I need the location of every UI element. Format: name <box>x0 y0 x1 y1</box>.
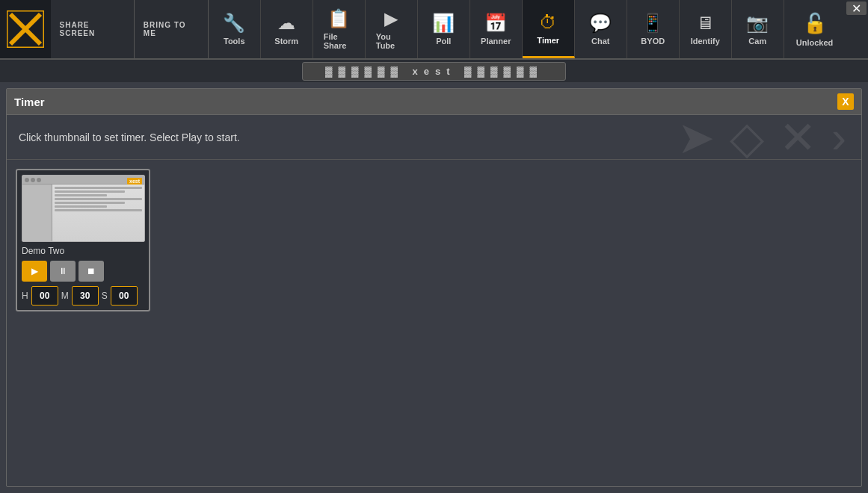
fake-line <box>55 209 142 211</box>
main-content: Timer X Click thumbnail to set timer. Se… <box>6 88 862 487</box>
play-button[interactable]: ▶ <box>22 261 47 282</box>
nav-item-chat[interactable]: 💬 Chat <box>575 0 627 58</box>
logo-icon <box>7 10 44 48</box>
byod-icon: 📱 <box>641 13 664 34</box>
fake-line <box>55 190 125 193</box>
timer-controls: ▶ ⏸ ⏹ <box>22 261 144 282</box>
thumbnail-xest-badge: xest <box>127 178 142 185</box>
fake-line <box>55 205 107 208</box>
fake-screen <box>22 176 144 241</box>
unlock-button[interactable]: 🔓 Unlocked <box>784 0 846 58</box>
timer-instruction-text: Click thumbnail to set timer. Select Pla… <box>19 131 240 143</box>
thumbnail-card-demo-two[interactable]: xest Demo Two ▶ ⏸ ⏹ H M S <box>16 169 150 311</box>
planner-icon: 📅 <box>484 13 507 34</box>
fake-screen-header <box>22 176 144 185</box>
seconds-input[interactable] <box>111 286 138 306</box>
minutes-input[interactable] <box>72 286 99 306</box>
bg-chevron-icon: › <box>831 111 846 164</box>
nav-item-byod[interactable]: 📱 BYOD <box>627 0 680 58</box>
youtube-icon: ▶ <box>384 8 398 29</box>
tools-icon: 🔧 <box>223 13 245 34</box>
xest-label: ▓▓▓▓▓▓ xest ▓▓▓▓▓▓ <box>302 62 566 81</box>
nav-item-fileshare[interactable]: 📋 File Share <box>313 0 366 58</box>
fileshare-icon: 📋 <box>327 8 350 29</box>
timer-instructions: Click thumbnail to set timer. Select Pla… <box>7 115 861 160</box>
window-close-button[interactable]: ✕ <box>846 1 867 15</box>
thumbnail-image: xest <box>22 175 145 242</box>
identify-icon: 🖥 <box>696 13 714 34</box>
nav-item-identify[interactable]: 🖥 Identify <box>680 0 732 58</box>
pause-button[interactable]: ⏸ <box>50 261 76 282</box>
fake-dot-2 <box>31 178 35 182</box>
fake-line <box>55 202 125 204</box>
xest-bar: ▓▓▓▓▓▓ xest ▓▓▓▓▓▓ <box>0 60 868 82</box>
nav-item-planner[interactable]: 📅 Planner <box>470 0 523 58</box>
timer-panel: Timer X Click thumbnail to set timer. Se… <box>6 88 862 487</box>
nav-item-poll[interactable]: 📊 Poll <box>418 0 470 58</box>
bg-x-icon: ✕ <box>779 111 816 164</box>
bg-decoration: ➤ ◇ ✕ › <box>677 111 846 164</box>
fake-line <box>55 187 142 189</box>
nav-item-cam[interactable]: 📷 Cam <box>732 0 784 58</box>
seconds-label: S <box>102 291 108 301</box>
fake-dot-1 <box>25 178 29 182</box>
nav-item-youtube[interactable]: ▶ You Tube <box>366 0 418 58</box>
fake-screen-body <box>22 185 144 241</box>
nav-item-timer[interactable]: ⏱ Timer <box>523 0 575 58</box>
nav-item-storm[interactable]: ☁ Storm <box>261 0 313 58</box>
timer-icon: ⏱ <box>539 12 557 33</box>
hours-input[interactable] <box>31 286 58 306</box>
fake-sidebar <box>22 185 52 241</box>
stop-button[interactable]: ⏹ <box>79 261 104 282</box>
nav-item-tools[interactable]: 🔧 Tools <box>209 0 261 58</box>
nav-items: 🔧 Tools ☁ Storm 📋 File Share ▶ You Tube … <box>209 0 784 58</box>
bg-arrow-icon: ➤ <box>677 111 715 164</box>
timer-panel-title: Timer <box>14 96 45 108</box>
unlock-icon: 🔓 <box>803 12 827 35</box>
share-screen-button[interactable]: SHARE SCREEN <box>51 0 135 58</box>
logo-area <box>0 0 51 58</box>
storm-icon: ☁ <box>277 13 295 34</box>
minutes-label: M <box>61 291 69 301</box>
fake-dot-3 <box>37 178 41 182</box>
top-bar: SHARE SCREEN BRING TO ME 🔧 Tools ☁ Storm… <box>0 0 868 60</box>
fake-line <box>55 198 142 200</box>
thumbnail-name: Demo Two <box>22 246 144 256</box>
thumbnails-area: xest Demo Two ▶ ⏸ ⏹ H M S <box>7 160 861 320</box>
hours-label: H <box>22 291 28 301</box>
chat-icon: 💬 <box>589 13 612 34</box>
cam-icon: 📷 <box>746 13 769 34</box>
fake-line <box>55 194 107 196</box>
bg-diamond-icon: ◇ <box>730 111 764 164</box>
time-inputs: H M S <box>22 286 144 306</box>
timer-close-button[interactable]: X <box>837 93 854 110</box>
fake-content <box>52 185 144 241</box>
bring-to-me-button[interactable]: BRING TO ME <box>135 0 209 58</box>
poll-icon: 📊 <box>432 13 455 34</box>
